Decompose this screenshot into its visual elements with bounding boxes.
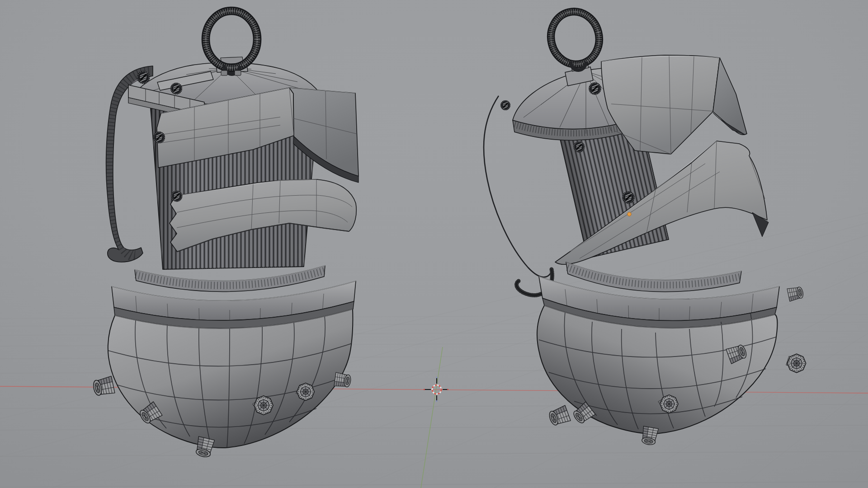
viewport[interactable] (0, 0, 868, 488)
viewport-canvas[interactable] (0, 0, 868, 488)
